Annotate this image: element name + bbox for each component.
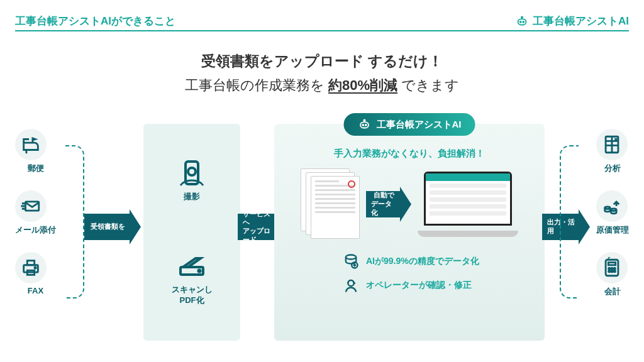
svg-point-17 bbox=[346, 255, 356, 260]
svg-point-15 bbox=[362, 124, 364, 126]
right-bracket bbox=[560, 145, 579, 299]
headline-line-1: 受領書類をアップロード するだけ！ bbox=[0, 52, 644, 71]
svg-point-27 bbox=[614, 268, 615, 269]
output-accounting: 会計 bbox=[596, 252, 629, 297]
svg-point-29 bbox=[611, 271, 613, 272]
input-sources: 郵便 メール添付 FAX bbox=[15, 129, 56, 295]
svg-point-3 bbox=[523, 21, 524, 23]
capture-photo: 撮影 bbox=[177, 159, 207, 202]
capture-panel: 撮影 スキャンしPDF化 bbox=[143, 124, 240, 341]
mailbox-icon bbox=[20, 134, 42, 155]
feature-operator: オペレーターが確認・修正 bbox=[342, 277, 545, 294]
robot-icon bbox=[515, 14, 529, 28]
input-email: メール添付 bbox=[15, 190, 56, 236]
phone-camera-icon bbox=[177, 159, 207, 189]
svg-rect-1 bbox=[518, 19, 526, 25]
svg-rect-24 bbox=[608, 263, 615, 265]
document-stack bbox=[301, 168, 360, 240]
svg-point-16 bbox=[365, 124, 367, 126]
output-uses: 分析 原価管理 会計 bbox=[596, 129, 629, 297]
output-cost: 原価管理 bbox=[596, 190, 629, 236]
svg-rect-6 bbox=[27, 261, 34, 265]
ai-features: AIが99.9%の精度でデータ化 オペレーターが確認・修正 bbox=[342, 253, 545, 294]
svg-point-0 bbox=[521, 16, 523, 18]
svg-point-26 bbox=[611, 268, 613, 269]
calculator-icon bbox=[601, 257, 623, 278]
coins-chart-icon bbox=[601, 195, 623, 217]
spreadsheet-icon bbox=[601, 134, 623, 155]
svg-point-8 bbox=[35, 267, 36, 268]
email-icon bbox=[20, 195, 42, 217]
svg-point-28 bbox=[609, 271, 610, 272]
header-brand: 工事台帳アシストAI bbox=[515, 14, 629, 28]
scanner-icon bbox=[177, 252, 207, 282]
header-divider bbox=[15, 30, 629, 31]
fax-icon bbox=[20, 257, 42, 278]
input-mail: 郵便 bbox=[15, 129, 56, 174]
svg-rect-14 bbox=[360, 122, 369, 128]
input-fax: FAX bbox=[15, 252, 56, 295]
robot-icon bbox=[358, 118, 372, 131]
operator-icon bbox=[342, 277, 360, 294]
headline-line-2: 工事台帳の作成業務を 約80%削減 できます bbox=[0, 76, 644, 95]
ai-pill: 工事台帳アシストAI bbox=[344, 113, 475, 136]
svg-point-30 bbox=[614, 271, 615, 272]
capture-scan: スキャンしPDF化 bbox=[172, 252, 213, 306]
page-header: 工事台帳アシストAIができること 工事台帳アシストAI bbox=[15, 14, 629, 28]
svg-point-12 bbox=[198, 270, 200, 272]
svg-point-25 bbox=[609, 268, 610, 269]
arrow-digitize: 自動でデータ化 bbox=[366, 187, 411, 222]
arrow-receive: 受領書類を bbox=[84, 209, 141, 244]
header-brand-label: 工事台帳アシストAI bbox=[533, 14, 629, 28]
ai-row: 自動でデータ化 bbox=[274, 168, 545, 240]
database-gear-icon bbox=[342, 253, 360, 270]
left-bracket bbox=[65, 145, 84, 299]
ai-subtitle: 手入力業務がなくなり、負担解消！ bbox=[274, 148, 545, 160]
header-title: 工事台帳アシストAIができること bbox=[15, 14, 175, 28]
diagram-stage: 郵便 メール添付 FAX 受領書類を 撮影 スキャンしPDF化 サービスへアップ… bbox=[0, 110, 644, 362]
svg-point-2 bbox=[520, 21, 521, 23]
svg-point-10 bbox=[188, 168, 196, 175]
headline: 受領書類をアップロード するだけ！ 工事台帳の作成業務を 約80%削減 できます bbox=[0, 52, 644, 95]
svg-point-13 bbox=[364, 119, 365, 121]
laptop-dashboard bbox=[418, 172, 518, 237]
ai-panel: 工事台帳アシストAI 手入力業務がなくなり、負担解消！ 自動でデータ化 AIが9… bbox=[274, 124, 545, 341]
output-analysis: 分析 bbox=[596, 129, 629, 174]
feature-ai-accuracy: AIが99.9%の精度でデータ化 bbox=[342, 253, 545, 270]
